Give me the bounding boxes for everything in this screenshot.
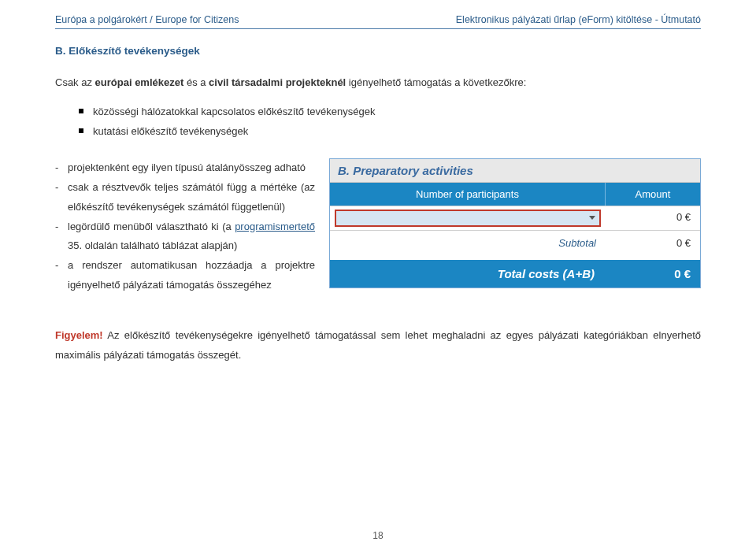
list-item: a rendszer automatikusan hozzáadja a pro… xyxy=(55,256,315,295)
page-number: 18 xyxy=(0,530,756,541)
total-row: Total costs (A+B) 0 € xyxy=(330,260,700,287)
dash-text: 35. oldalán található táblázat alapján) xyxy=(68,239,237,251)
col-header-participants: Number of participants xyxy=(330,183,606,206)
warning-lead: Figyelem! xyxy=(55,329,103,341)
subtotal-amount: 0 € xyxy=(606,231,700,255)
total-amount: 0 € xyxy=(606,260,700,287)
bullet-list: közösségi hálózatokkal kapcsolatos előké… xyxy=(79,102,701,141)
section-title: B. Előkészítő tevékenységek xyxy=(55,45,701,57)
amount-cell: 0 € xyxy=(606,206,700,230)
header-divider xyxy=(55,28,701,29)
page-header: Európa a polgárokért / Europe for Citize… xyxy=(55,14,701,25)
intro-text: Csak az xyxy=(55,76,95,88)
list-item: kutatási előkészítő tevékenységek xyxy=(79,122,701,142)
total-label: Total costs (A+B) xyxy=(330,260,606,287)
intro-text: és a xyxy=(183,76,209,88)
list-item: csak a résztvevők teljes számától függ a… xyxy=(55,178,315,217)
table-row: 0 € xyxy=(330,206,700,230)
warning-paragraph: Figyelem! Az előkészítő tevékenységekre … xyxy=(55,326,701,365)
document-page: Európa a polgárokért / Europe for Citize… xyxy=(0,0,756,373)
dash-list: projektenként egy ilyen típusú átalányös… xyxy=(55,158,315,295)
participants-dropdown[interactable] xyxy=(335,210,601,227)
two-column-layout: projektenként egy ilyen típusú átalányös… xyxy=(55,158,701,295)
dash-text: legördülő menüből választható ki (a xyxy=(68,221,235,232)
intro-paragraph: Csak az európai emlékezet és a civil tár… xyxy=(55,74,701,91)
warning-text: Az előkészítő tevékenységekre igényelhet… xyxy=(55,329,701,361)
subtotal-row: Subtotal 0 € xyxy=(330,230,700,255)
intro-text: igényelhető támogatás a következőkre: xyxy=(346,76,526,88)
col-header-amount: Amount xyxy=(606,183,700,206)
left-column: projektenként egy ilyen típusú átalányös… xyxy=(55,158,315,295)
header-right: Elektronikus pályázati űrlap (eForm) kit… xyxy=(456,14,701,25)
list-item: legördülő menüből választható ki (a prog… xyxy=(55,217,315,256)
form-panel: B. Preparatory activities Number of part… xyxy=(329,158,701,288)
panel-title: B. Preparatory activities xyxy=(330,159,700,183)
subtotal-label: Subtotal xyxy=(330,231,606,255)
intro-bold-2: civil társadalmi projekteknél xyxy=(209,76,346,88)
participants-cell xyxy=(330,206,606,230)
intro-bold-1: európai emlékezet xyxy=(95,76,184,88)
list-item: közösségi hálózatokkal kapcsolatos előké… xyxy=(79,102,701,122)
header-left: Európa a polgárokért / Europe for Citize… xyxy=(55,14,239,25)
list-item: projektenként egy ilyen típusú átalányös… xyxy=(55,158,315,178)
program-guide-link[interactable]: programismertető xyxy=(235,221,315,232)
table-header: Number of participants Amount xyxy=(330,183,700,206)
